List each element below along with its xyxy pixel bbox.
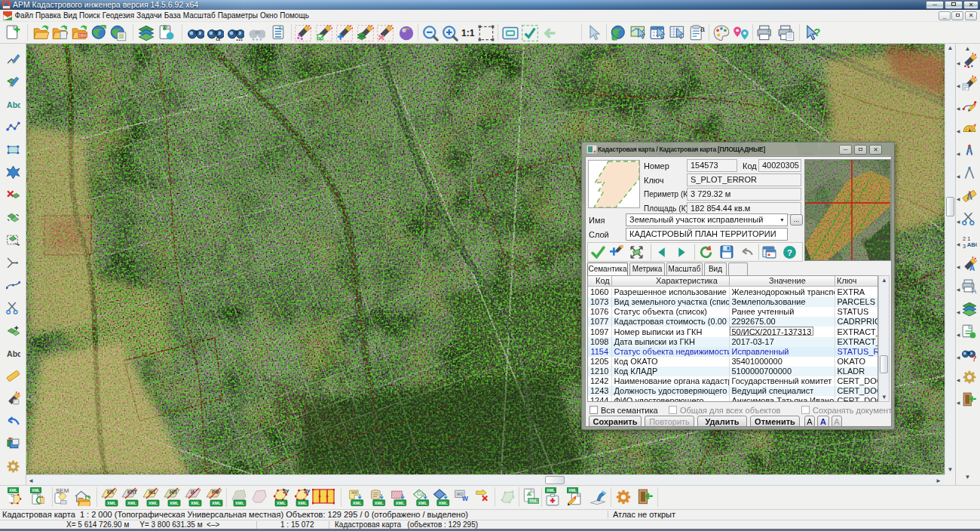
svg-text:Ж1: Ж1 [148, 490, 156, 495]
svg-text:Abc: Abc [7, 349, 20, 358]
svg-text:?: ? [813, 26, 820, 38]
svg-text:DBM: DBM [79, 34, 87, 38]
svg-text:НП: НП [170, 490, 177, 495]
svg-text:A: A [972, 287, 976, 294]
svg-text:?: ? [972, 355, 976, 362]
svg-text:W: W [462, 495, 468, 502]
svg-text:ABC: ABC [967, 241, 977, 248]
svg-text:a: a [216, 33, 221, 41]
svg-text:КПТ: КПТ [127, 490, 137, 495]
svg-text:3: 3 [963, 243, 966, 249]
svg-text:РФ: РФ [212, 490, 219, 495]
svg-text:ЗУ: ЗУ [304, 489, 311, 494]
svg-text:ЗУ: ЗУ [283, 489, 289, 494]
svg-text:КП: КП [107, 490, 114, 495]
svg-text:И: И [191, 490, 194, 495]
svg-text:ЖМ: ЖМ [351, 491, 357, 495]
svg-text:Abc: Abc [7, 100, 20, 109]
svg-text:A: A [969, 264, 975, 272]
svg-text:...: ... [236, 33, 243, 41]
svg-text:a: a [700, 25, 705, 33]
